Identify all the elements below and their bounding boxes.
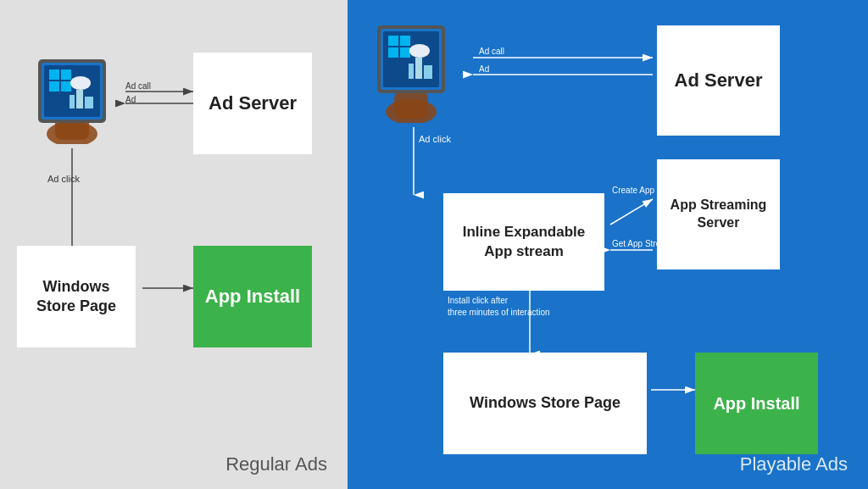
svg-point-19 bbox=[70, 76, 91, 90]
svg-rect-42 bbox=[424, 65, 432, 79]
left-device bbox=[25, 51, 119, 144]
right-ad-click-label: Ad click bbox=[419, 134, 451, 144]
left-ad-server-box: Ad Server bbox=[193, 53, 312, 154]
svg-rect-18 bbox=[61, 81, 71, 92]
svg-rect-17 bbox=[49, 81, 59, 92]
svg-rect-20 bbox=[70, 95, 75, 108]
svg-rect-36 bbox=[400, 36, 410, 46]
right-device bbox=[364, 17, 458, 123]
left-ad-call-label: Ad call bbox=[125, 81, 151, 91]
right-app-streaming-server-box: App Streaming Server bbox=[657, 159, 780, 270]
svg-rect-22 bbox=[85, 97, 93, 108]
right-ad-server-box: Ad Server bbox=[657, 25, 780, 136]
svg-rect-15 bbox=[49, 69, 59, 80]
right-inline-box: Inline Expandable App stream bbox=[443, 193, 604, 291]
right-ad-label: Ad bbox=[479, 64, 489, 74]
svg-rect-37 bbox=[388, 47, 398, 58]
right-get-app-stream-label: Get App Stream bbox=[612, 239, 672, 248]
svg-rect-31 bbox=[394, 92, 428, 119]
right-create-app-stream-label: Create App Stream bbox=[612, 185, 684, 196]
right-windows-store-box: Windows Store Page bbox=[443, 353, 647, 454]
svg-rect-16 bbox=[61, 69, 71, 80]
left-windows-store-box: Windows Store Page bbox=[17, 246, 136, 347]
svg-rect-40 bbox=[409, 64, 414, 79]
svg-point-39 bbox=[409, 44, 430, 58]
svg-rect-35 bbox=[388, 36, 398, 46]
right-app-install-box: App Install bbox=[695, 353, 818, 454]
left-panel-label: Regular Ads bbox=[225, 453, 327, 475]
right-ad-call-label: Ad call bbox=[479, 47, 504, 56]
left-ad-click-label: Ad click bbox=[47, 174, 80, 184]
right-panel-label: Playable Ads bbox=[740, 453, 848, 475]
svg-rect-21 bbox=[76, 90, 83, 108]
svg-rect-41 bbox=[415, 58, 422, 79]
right-install-click-label: Install click after three minutes of int… bbox=[448, 295, 550, 319]
left-ad-label: Ad bbox=[125, 95, 136, 104]
left-app-install-box: App Install bbox=[193, 246, 312, 347]
right-panel: Ad call Ad Ad Server Ad click Inline Exp… bbox=[348, 0, 868, 489]
svg-line-26 bbox=[610, 199, 653, 225]
left-panel: Ad call Ad Ad Server Ad click Windows St… bbox=[0, 0, 348, 489]
svg-rect-38 bbox=[400, 47, 410, 58]
